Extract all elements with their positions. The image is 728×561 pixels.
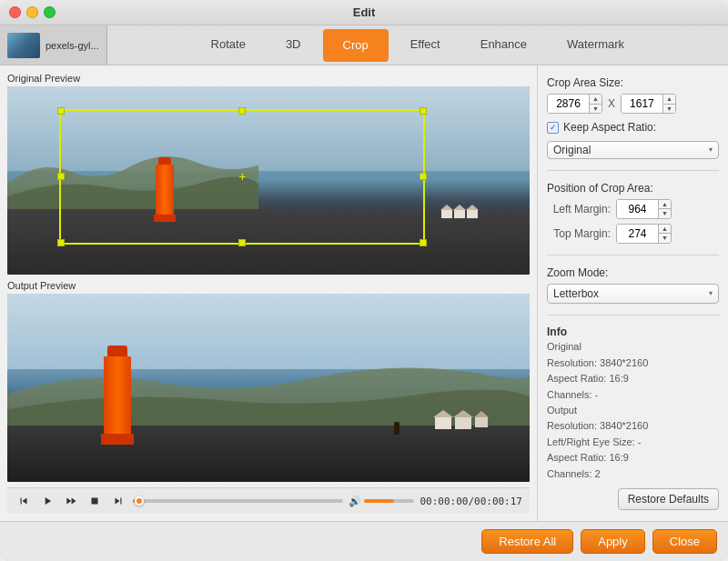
restore-all-button[interactable]: Restore All [481, 529, 573, 554]
close-button[interactable]: Close [652, 529, 717, 554]
info-section: Info Original Resolution: 3840*2160 Aspe… [547, 326, 719, 481]
separator-1 [547, 170, 719, 171]
maximize-btn[interactable] [44, 6, 56, 18]
info-original-aspect: Aspect Ratio: 16:9 [547, 372, 719, 386]
progress-thumb[interactable] [135, 496, 144, 506]
separator-3 [547, 315, 719, 316]
skip-next-frame-btn[interactable] [62, 492, 80, 510]
crop-size-row: ▲ ▼ X ▲ ▼ [547, 94, 719, 114]
zoom-mode-group: Zoom Mode: Letterbox ▾ [547, 266, 719, 304]
progress-bar[interactable] [133, 499, 343, 503]
left-margin-spinners: ▲ ▼ [658, 200, 671, 218]
crop-handle-tl[interactable] [57, 107, 65, 115]
keep-aspect-row: ✓ Keep Aspect Ratio: [547, 121, 719, 134]
aspect-dropdown-text: Original [553, 144, 705, 156]
height-input[interactable] [622, 95, 662, 113]
titlebar: Edit [0, 0, 728, 25]
output-sky [7, 294, 530, 369]
tab-3d[interactable]: 3D [266, 25, 321, 65]
width-up-btn[interactable]: ▲ [590, 95, 602, 105]
crop-handle-ml[interactable] [57, 173, 65, 180]
output-ground [7, 426, 530, 482]
tab-watermark[interactable]: Watermark [547, 25, 644, 65]
volume-bar[interactable] [364, 499, 414, 503]
crop-handle-tm[interactable] [238, 107, 246, 115]
output-preview-section: Output Preview [7, 280, 530, 482]
player-bar: 🔊 00:00:00/00:00:17 [7, 487, 530, 514]
info-output-channels: Channels: 2 [547, 467, 719, 481]
skip-forward-btn[interactable] [109, 492, 127, 510]
person-silhouette [394, 422, 399, 435]
top-margin-input[interactable] [617, 225, 658, 243]
left-margin-group[interactable]: ▲ ▼ [616, 199, 672, 219]
top-margin-group[interactable]: ▲ ▼ [616, 224, 672, 244]
crop-handle-br[interactable] [420, 239, 427, 246]
crop-handle-bm[interactable] [238, 239, 246, 246]
height-input-group[interactable]: ▲ ▼ [621, 94, 676, 114]
width-down-btn[interactable]: ▼ [590, 105, 602, 114]
top-margin-spinners: ▲ ▼ [658, 225, 671, 243]
separator-2 [547, 255, 719, 255]
zoom-dropdown[interactable]: Letterbox ▾ [547, 284, 719, 304]
width-spinners: ▲ ▼ [589, 95, 602, 113]
x-separator: X [606, 97, 617, 110]
top-margin-label: Top Margin: [547, 227, 611, 240]
minimize-btn[interactable] [26, 6, 38, 18]
output-preview-box [7, 294, 530, 482]
info-title: Info [547, 326, 719, 338]
nav-tabs: Rotate 3D Crop Effect Enhance Watermark [107, 25, 728, 65]
output-scene [7, 294, 530, 482]
crop-overlay[interactable]: + [59, 109, 425, 245]
crop-handle-bl[interactable] [57, 239, 65, 246]
info-original-channels: Channels: - [547, 388, 719, 402]
height-spinners: ▲ ▼ [662, 95, 675, 113]
left-margin-row: Left Margin: ▲ ▼ [547, 199, 719, 219]
window-controls [9, 6, 56, 18]
crop-area-size-group: Crop Area Size: ▲ ▼ X ▲ ▼ [547, 76, 719, 114]
close-window-btn[interactable] [9, 6, 21, 18]
original-preview-box: + [7, 86, 530, 275]
file-tab[interactable]: pexels-gyl... [0, 25, 107, 65]
left-margin-label: Left Margin: [547, 203, 611, 215]
zoom-dropdown-arrow: ▾ [709, 289, 713, 297]
tab-enhance[interactable]: Enhance [460, 25, 547, 65]
controls-panel: Crop Area Size: ▲ ▼ X ▲ ▼ [537, 65, 728, 521]
width-input[interactable] [548, 95, 589, 113]
preview-panel: Original Preview [0, 65, 537, 521]
volume-control: 🔊 [349, 496, 414, 507]
original-preview-label: Original Preview [7, 73, 530, 84]
volume-fill [364, 499, 394, 503]
left-margin-input[interactable] [617, 200, 658, 218]
left-margin-up[interactable]: ▲ [659, 200, 671, 210]
width-input-group[interactable]: ▲ ▼ [547, 94, 602, 114]
crop-area-size-label: Crop Area Size: [547, 76, 719, 89]
height-up-btn[interactable]: ▲ [663, 95, 675, 105]
main-content: Original Preview [0, 65, 728, 521]
height-down-btn[interactable]: ▼ [663, 105, 675, 114]
tab-crop[interactable]: Crop [323, 29, 389, 62]
stop-btn[interactable] [86, 492, 104, 510]
file-name: pexels-gyl... [46, 40, 99, 51]
crop-handle-tr[interactable] [420, 107, 427, 115]
skip-back-btn[interactable] [15, 492, 33, 510]
left-margin-down[interactable]: ▼ [659, 209, 671, 218]
original-preview-section: Original Preview [7, 73, 530, 275]
aspect-dropdown[interactable]: Original ▾ [547, 141, 719, 159]
tab-effect[interactable]: Effect [390, 25, 460, 65]
main-window: Edit pexels-gyl... Rotate 3D Crop Effect… [0, 0, 728, 561]
info-original-label: Original [547, 340, 719, 354]
position-label: Position of Crop Area: [547, 182, 719, 195]
top-margin-up[interactable]: ▲ [659, 225, 671, 235]
keep-aspect-checkbox[interactable]: ✓ [547, 122, 559, 134]
top-margin-down[interactable]: ▼ [659, 234, 671, 243]
zoom-dropdown-text: Letterbox [553, 287, 705, 300]
play-btn[interactable] [38, 492, 56, 510]
toolbar: pexels-gyl... Rotate 3D Crop Effect Enha… [0, 25, 728, 65]
apply-button[interactable]: Apply [581, 529, 645, 554]
restore-defaults-button[interactable]: Restore Defaults [618, 488, 719, 510]
zoom-mode-label: Zoom Mode: [547, 266, 719, 279]
info-original-resolution: Resolution: 3840*2160 [547, 356, 719, 370]
position-group: Position of Crop Area: Left Margin: ▲ ▼ … [547, 182, 719, 244]
crop-handle-mr[interactable] [420, 173, 427, 180]
tab-rotate[interactable]: Rotate [191, 25, 266, 65]
